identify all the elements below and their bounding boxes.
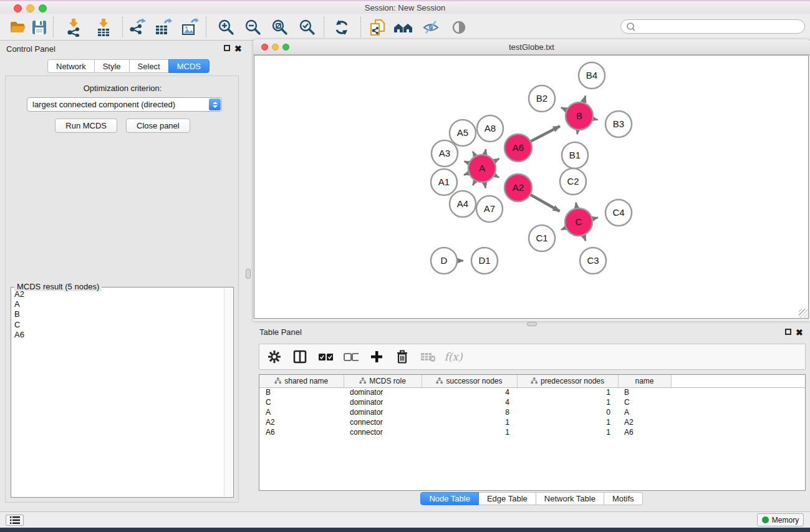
column-header-successor-nodes[interactable]: successor nodes [422,375,517,387]
network-canvas[interactable]: AA1A2A3A4A5A6A7A8BB1B2B3B4CC1C2C3C4DD1 [254,55,809,319]
table-cell: A2 [618,417,671,427]
tab-style[interactable]: Style [94,59,130,73]
graph-node-label-C4: C4 [612,207,624,218]
open-session-icon[interactable] [7,17,28,38]
tab-select[interactable]: Select [129,59,169,73]
mcds-result-item[interactable]: C [14,320,224,330]
table-cell: A [259,407,344,417]
graph-node-label-A6: A6 [513,142,524,153]
control-panel-close-icon[interactable]: ✖ [234,45,242,52]
table-cell [671,417,805,427]
delete-table-icon[interactable] [420,349,435,365]
result-scrollbar[interactable] [224,288,233,496]
table-cell [671,397,805,407]
mcds-result-item[interactable]: A [14,299,224,309]
zoom-in-icon[interactable] [215,17,236,38]
table-toolbar: f(x) [259,344,806,370]
select-all-icon[interactable] [318,349,333,365]
table-panel-close-icon[interactable]: ✖ [796,329,803,336]
table-cell: 1 [517,397,618,407]
graph-node-label-C1: C1 [536,233,547,243]
memory-button[interactable]: Memory [757,513,804,526]
tab-node-table[interactable]: Node Table [420,492,479,505]
graph-node-label-B3: B3 [613,118,624,129]
table-cell: connector [344,427,422,437]
column-header-shared-name[interactable]: shared name [259,375,344,387]
tab-edge-table[interactable]: Edge Table [478,492,536,505]
network-window-titlebar[interactable]: testGlobe.txt [253,39,810,55]
mcds-result-item[interactable]: A2 [14,289,224,299]
column-filler [671,375,805,387]
table-row[interactable]: Bdominator41B [259,387,805,397]
close-panel-button[interactable]: Close panel [126,118,190,133]
horizontal-splitter-grip[interactable] [527,322,537,326]
run-mcds-button[interactable]: Run MCDS [55,118,117,133]
deselect-all-icon[interactable] [344,349,359,365]
table-cell: 4 [422,397,517,407]
column-header-name[interactable]: name [618,375,671,387]
tab-mcds[interactable]: MCDS [168,59,210,73]
cytoscape-window: Session: New Session [0,0,810,532]
table-header-row[interactable]: shared nameMCDS rolesuccessor nodesprede… [259,375,805,387]
table-tabs: Node TableEdge TableNetwork TableMotifs [253,492,810,505]
graph-node-label-A5: A5 [457,127,468,138]
table-cell: 8 [422,407,517,417]
table-cell: A6 [259,427,344,437]
delete-column-icon[interactable] [395,349,410,365]
criterion-dropdown[interactable]: largest connected component (directed) [27,97,222,112]
graph-node-label-A4: A4 [457,198,468,209]
control-panel-float-icon[interactable] [224,45,230,51]
task-history-button[interactable] [6,515,24,526]
graph-node-label-A3: A3 [439,148,450,158]
network-graph[interactable]: AA1A2A3A4A5A6A7A8BB1B2B3B4CC1C2C3C4DD1 [254,56,808,318]
show-graphics-details-icon[interactable] [448,17,470,38]
show-all-networks-icon[interactable] [393,17,414,38]
table-row[interactable]: A2connector11A2 [259,417,805,427]
task-list-icon [10,516,20,524]
zoom-out-icon[interactable] [242,17,263,38]
export-table-icon[interactable] [152,17,173,38]
zoom-fit-icon[interactable] [269,17,290,38]
clone-network-icon[interactable] [367,17,388,38]
add-column-icon[interactable] [369,349,384,365]
tab-network[interactable]: Network [47,59,95,73]
table-cell: A2 [259,417,344,427]
search-input[interactable] [636,22,804,32]
column-header-predecessor-nodes[interactable]: predecessor nodes [517,375,618,387]
graph-node-label-A1: A1 [438,177,450,187]
search-field[interactable] [620,19,805,34]
dropdown-stepper-icon [209,99,221,110]
vertical-splitter-grip[interactable] [246,269,251,279]
table-row[interactable]: A6connector11A6 [259,427,805,437]
graph-node-label-D: D [441,255,448,266]
zoom-selected-icon[interactable] [296,17,317,38]
column-header-MCDS-role[interactable]: MCDS role [344,375,422,387]
table-row[interactable]: Adominator80A [259,407,805,417]
mcds-result-item[interactable]: A6 [14,330,224,340]
table-cell: 1 [517,427,618,437]
table-cell: connector [344,417,422,427]
save-session-icon[interactable] [29,17,50,38]
toolbar-separator [206,17,206,37]
graph-node-label-D1: D1 [478,255,490,266]
table-cell: dominator [344,407,422,417]
graph-node-label-B4: B4 [586,70,597,80]
tab-network-table[interactable]: Network Table [536,492,604,505]
export-network-icon[interactable] [126,17,147,38]
import-table-icon[interactable] [93,17,114,38]
window-resize-handle[interactable] [799,309,808,317]
function-builder-icon[interactable]: f(x) [446,349,461,365]
column-layout-icon[interactable] [292,349,307,365]
control-panel-tabs: NetworkStyleSelectMCDS [47,59,210,73]
import-network-icon[interactable] [63,17,84,38]
export-image-icon[interactable] [179,17,200,38]
toolbar-separator [324,17,324,37]
tab-motifs[interactable]: Motifs [604,492,643,505]
graph-node-label-B: B [576,110,582,121]
table-row[interactable]: Cdominator41C [259,397,805,407]
table-panel-float-icon[interactable] [785,329,791,335]
hide-graphics-icon[interactable] [420,17,441,38]
table-settings-icon[interactable] [267,349,282,365]
mcds-result-item[interactable]: B [14,309,224,319]
apply-layout-icon[interactable] [331,17,352,38]
